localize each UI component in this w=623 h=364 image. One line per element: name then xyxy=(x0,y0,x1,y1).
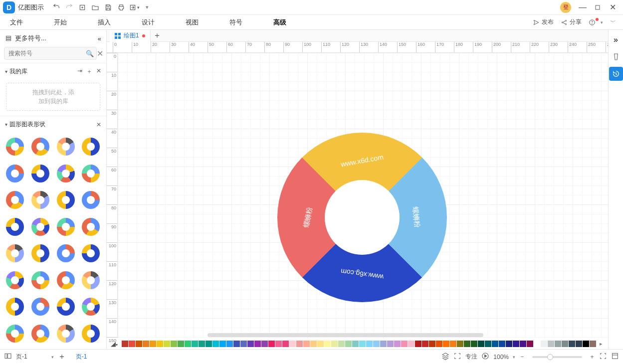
menu-start[interactable]: 开始 xyxy=(51,16,70,29)
color-swatch[interactable] xyxy=(261,341,268,347)
color-swatch[interactable] xyxy=(122,341,128,347)
shape-thumb[interactable] xyxy=(4,189,26,211)
color-swatch[interactable] xyxy=(576,341,582,347)
zoom-in-button[interactable]: ＋ xyxy=(589,353,595,361)
color-swatch[interactable] xyxy=(129,341,135,347)
shape-thumb[interactable] xyxy=(80,242,102,264)
fit-page-icon[interactable] xyxy=(599,352,607,362)
color-swatch[interactable] xyxy=(345,341,352,347)
shape-thumb[interactable] xyxy=(80,323,102,345)
color-swatch[interactable] xyxy=(562,341,568,347)
color-swatch[interactable] xyxy=(310,341,317,347)
shape-thumb[interactable] xyxy=(29,269,51,291)
page-dropdown-icon[interactable]: ▾ xyxy=(51,355,54,360)
color-swatch[interactable] xyxy=(352,341,359,347)
color-swatch[interactable] xyxy=(541,341,547,347)
color-swatch[interactable] xyxy=(185,341,191,347)
color-swatch[interactable] xyxy=(240,341,247,347)
shape-thumb[interactable] xyxy=(29,242,51,264)
shape-thumb[interactable] xyxy=(55,296,77,318)
donut-diagram[interactable]: www.x6d.com 螺蛳粉 www.x6g.com 螺蛳粉 xyxy=(277,133,447,302)
color-swatch[interactable] xyxy=(338,341,345,347)
shape-thumb[interactable] xyxy=(80,136,102,158)
menu-symbol[interactable]: 符号 xyxy=(226,16,245,29)
mylib-dropzone[interactable]: 拖拽到此处，添 加到我的库 xyxy=(6,83,100,111)
add-page-button[interactable]: ＋ xyxy=(58,352,66,362)
color-swatch[interactable] xyxy=(282,341,289,347)
shape-thumb[interactable] xyxy=(55,216,77,238)
color-swatch[interactable] xyxy=(206,341,212,347)
color-more[interactable]: ▸ xyxy=(596,341,606,347)
page-indicator[interactable]: 页-1 xyxy=(76,353,87,361)
focus-frame-icon[interactable] xyxy=(453,352,461,362)
save-button[interactable] xyxy=(102,1,115,14)
color-swatch[interactable] xyxy=(233,341,240,347)
window-maximize[interactable] xyxy=(590,1,605,14)
print-button[interactable] xyxy=(115,1,128,14)
color-swatch[interactable] xyxy=(324,341,331,347)
color-swatch[interactable] xyxy=(303,341,310,347)
color-swatch[interactable] xyxy=(520,341,526,347)
new-doc-tab[interactable]: ＋ xyxy=(151,30,164,41)
shape-thumb[interactable] xyxy=(29,296,51,318)
section-shapes-header[interactable]: ▾ 圆形图表形状 ✕ xyxy=(0,116,106,133)
color-swatch[interactable] xyxy=(212,341,219,347)
doc-tab-active[interactable]: 绘图1 xyxy=(110,30,151,42)
color-swatch[interactable] xyxy=(219,341,226,347)
window-minimize[interactable]: ― xyxy=(575,1,590,14)
color-swatch[interactable] xyxy=(373,341,380,347)
color-swatch[interactable] xyxy=(143,341,149,347)
color-swatch[interactable] xyxy=(296,341,303,347)
zoom-dropdown-icon[interactable]: ▾ xyxy=(513,355,515,360)
color-swatch[interactable] xyxy=(436,341,442,347)
color-swatch[interactable] xyxy=(317,341,324,347)
color-swatch[interactable] xyxy=(387,341,394,347)
color-swatch[interactable] xyxy=(394,341,401,347)
canvas[interactable]: www.x6d.com 螺蛳粉 www.x6g.com 螺蛳粉 xyxy=(118,53,608,338)
menu-view[interactable]: 视图 xyxy=(183,16,202,29)
shapes-close-icon[interactable]: ✕ xyxy=(96,121,101,128)
color-swatch[interactable] xyxy=(268,341,275,347)
color-swatch[interactable] xyxy=(136,341,142,347)
search-clear[interactable]: ✕ xyxy=(97,49,103,58)
color-swatch[interactable] xyxy=(199,341,205,347)
color-swatch[interactable] xyxy=(331,341,338,347)
export-button[interactable]: ▾ xyxy=(128,1,141,14)
format-painter-icon[interactable] xyxy=(609,50,623,64)
color-swatch[interactable] xyxy=(450,341,456,347)
sidebar-collapse-icon[interactable]: « xyxy=(98,35,101,42)
focus-label[interactable]: 专注 xyxy=(465,353,477,361)
color-swatch[interactable] xyxy=(478,341,484,347)
shape-thumb[interactable] xyxy=(55,136,77,158)
shape-thumb[interactable] xyxy=(80,296,102,318)
color-swatch[interactable] xyxy=(506,341,512,347)
sidebar-header[interactable]: 更多符号... « xyxy=(0,30,106,47)
color-swatch[interactable] xyxy=(289,341,296,347)
share-button[interactable]: 分享 xyxy=(561,18,582,26)
color-swatch[interactable] xyxy=(192,341,198,347)
page-label[interactable]: 页-1 xyxy=(16,353,27,361)
avatar[interactable]: 登 xyxy=(560,2,571,13)
shape-thumb[interactable] xyxy=(29,163,51,184)
color-swatch[interactable] xyxy=(415,341,421,347)
history-icon[interactable] xyxy=(609,67,623,81)
shape-thumb[interactable] xyxy=(55,269,77,291)
color-swatch[interactable] xyxy=(226,341,233,347)
color-swatch[interactable] xyxy=(157,341,163,347)
color-swatch[interactable] xyxy=(492,341,498,347)
shape-thumb[interactable] xyxy=(55,189,77,211)
color-swatch[interactable] xyxy=(359,341,366,347)
section-mylib-header[interactable]: ▾ 我的库 ⇥ ＋ ✕ xyxy=(0,63,106,80)
color-swatch[interactable] xyxy=(569,341,575,347)
shape-thumb[interactable] xyxy=(29,323,51,345)
shape-thumb[interactable] xyxy=(4,269,26,291)
color-swatch[interactable] xyxy=(485,341,491,347)
shape-thumb[interactable] xyxy=(80,189,102,211)
color-swatch[interactable] xyxy=(150,341,156,347)
shape-thumb[interactable] xyxy=(80,216,102,238)
color-swatch[interactable] xyxy=(380,341,387,347)
color-swatch[interactable] xyxy=(422,341,428,347)
color-swatch[interactable] xyxy=(401,341,408,347)
color-swatch[interactable] xyxy=(583,341,589,347)
color-swatch[interactable] xyxy=(534,341,540,347)
